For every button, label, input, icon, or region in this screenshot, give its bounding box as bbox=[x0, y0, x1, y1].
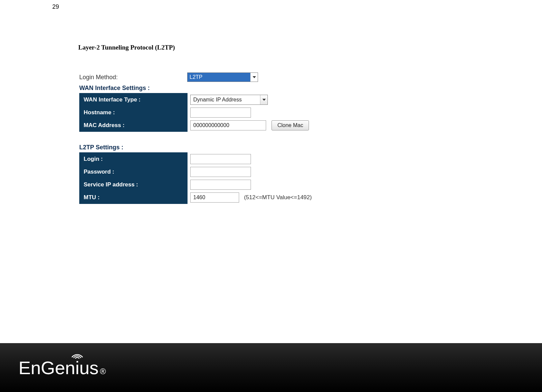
table-row: Password : bbox=[80, 165, 315, 178]
wan-settings-table: WAN Interface Type : Dynamic IP Address … bbox=[79, 93, 312, 132]
l2tp-login-input[interactable] bbox=[190, 154, 251, 164]
wifi-icon bbox=[70, 351, 84, 359]
registered-mark: ® bbox=[100, 367, 106, 376]
login-method-value: L2TP bbox=[188, 73, 250, 82]
table-row: MTU : (512<=MTU Value<=1492) bbox=[80, 191, 315, 204]
footer: EnGeni us® bbox=[0, 343, 542, 392]
login-method-select[interactable]: L2TP bbox=[187, 72, 258, 82]
page-title: Layer-2 Tunneling Protocol (L2TP) bbox=[78, 44, 175, 51]
table-row: MAC Address : Clone Mac bbox=[80, 119, 312, 132]
login-method-label: Login Method: bbox=[79, 74, 187, 81]
chevron-down-icon bbox=[250, 73, 258, 82]
brand-name-part2: us bbox=[79, 357, 98, 378]
mtu-input[interactable] bbox=[190, 192, 239, 203]
mtu-hint: (512<=MTU Value<=1492) bbox=[244, 194, 312, 201]
wan-interface-type-select[interactable]: Dynamic IP Address bbox=[190, 95, 268, 105]
wan-interface-type-value: Dynamic IP Address bbox=[191, 97, 260, 103]
mtu-label: MTU : bbox=[80, 191, 188, 204]
l2tp-login-label: Login : bbox=[80, 153, 188, 165]
login-method-row: Login Method: L2TP bbox=[79, 72, 315, 82]
mac-address-input[interactable] bbox=[190, 120, 266, 130]
service-ip-label: Service IP address : bbox=[80, 178, 188, 191]
l2tp-settings-table: Login : Password : Service IP address : … bbox=[79, 152, 315, 204]
l2tp-password-label: Password : bbox=[80, 165, 188, 178]
brand-logo: EnGeni us® bbox=[19, 357, 106, 378]
wan-interface-type-label: WAN Interface Type : bbox=[80, 93, 188, 106]
mac-address-label: MAC Address : bbox=[80, 119, 188, 132]
wan-section-header: WAN Interface Settings : bbox=[79, 85, 315, 92]
brand-name-part1: EnGen bbox=[19, 357, 75, 378]
l2tp-section-header: L2TP Settings : bbox=[79, 144, 315, 151]
table-row: Service IP address : bbox=[80, 178, 315, 191]
table-row: Login : bbox=[80, 153, 315, 165]
chevron-down-icon bbox=[260, 95, 267, 104]
hostname-input[interactable] bbox=[190, 108, 251, 118]
settings-form: Login Method: L2TP WAN Interface Setting… bbox=[79, 72, 315, 204]
page-number: 29 bbox=[52, 3, 59, 10]
l2tp-password-input[interactable] bbox=[190, 167, 251, 177]
hostname-label: Hostname : bbox=[80, 106, 188, 119]
clone-mac-button[interactable]: Clone Mac bbox=[272, 120, 309, 130]
brand-name-i: i bbox=[75, 357, 79, 378]
table-row: Hostname : bbox=[80, 106, 312, 119]
table-row: WAN Interface Type : Dynamic IP Address bbox=[80, 93, 312, 106]
service-ip-input[interactable] bbox=[190, 180, 251, 190]
